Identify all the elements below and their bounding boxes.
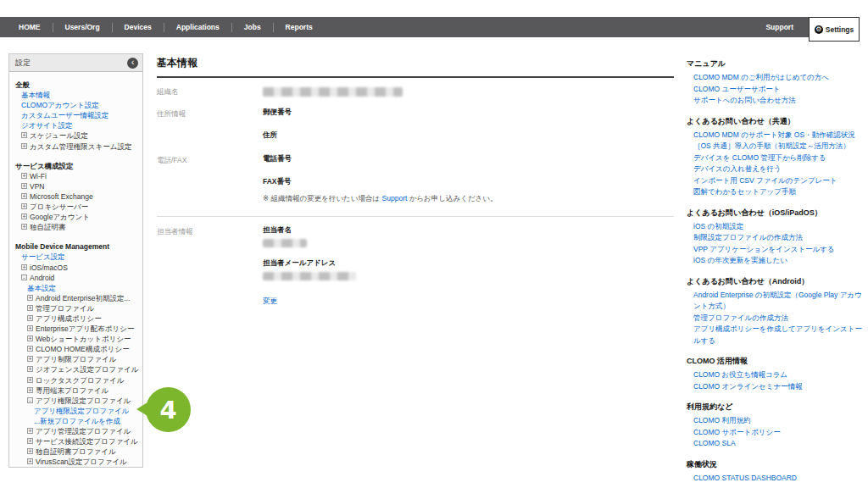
help-section: マニュアルCLOMO MDM のご利用がはじめての方へCLOMO ユーザーサポー… [687, 58, 863, 107]
sidebar-item[interactable]: +管理プロファイル [15, 303, 140, 313]
sidebar-item[interactable]: -Android [15, 273, 140, 283]
help-link[interactable]: CLOMO MDM のご利用がはじめての方へ [687, 72, 863, 84]
tree-expand-icon[interactable]: + [21, 214, 27, 219]
tree-expand-icon[interactable]: + [27, 356, 33, 362]
help-link[interactable]: CLOMO 利用規約 [687, 415, 863, 427]
phone-fax-value: 電話番号 FAX番号 ※ 組織情報の変更を行いたい場合は Support からお… [263, 154, 674, 211]
help-link[interactable]: デバイスを CLOMO 管理下から削除する [687, 152, 863, 164]
help-link[interactable]: VPP アプリケーションをインストールする [687, 244, 863, 256]
sidebar-item[interactable]: 基本設定 [15, 283, 140, 293]
nav-item-devices[interactable]: Devices [113, 23, 164, 31]
help-link[interactable]: インポート用 CSV ファイルのテンプレート [687, 175, 863, 187]
tree-expand-icon[interactable]: + [21, 183, 27, 189]
tree-expand-icon[interactable]: + [21, 203, 27, 209]
help-link[interactable]: 管理プロファイルの作成方法 [687, 313, 863, 324]
sidebar-item[interactable]: +アプリ制限プロファイル [15, 354, 140, 364]
help-link[interactable]: iOS の年次更新を実施したい [687, 255, 863, 267]
nav-item-applications[interactable]: Applications [164, 23, 231, 31]
tree-expand-icon[interactable]: + [21, 264, 27, 270]
sidebar-item[interactable]: +アプリ管理設定プロファイル [15, 426, 140, 436]
help-link[interactable]: iOS の初期設定 [687, 221, 863, 233]
tree-expand-icon[interactable]: + [27, 346, 33, 352]
sidebar-item[interactable]: +Wi-Fi [15, 171, 140, 181]
sidebar-item[interactable]: +独自証明書 [15, 222, 140, 232]
tree-expand-icon[interactable]: + [27, 305, 33, 311]
sidebar-item[interactable]: +CLOMO HOME構成ポリシー [15, 344, 140, 354]
nav-item-home[interactable]: HOME [7, 23, 53, 31]
nav-item-reports[interactable]: Reports [274, 23, 325, 31]
nav-right: Support ⚙ Settings [750, 17, 860, 37]
help-link[interactable]: CLOMO STATUS DASHBOARD [687, 473, 863, 485]
sidebar-item[interactable]: -アプリ権限設定プロファイル [15, 396, 140, 406]
sidebar-item[interactable]: ...新規プロファイルを作成 [15, 416, 140, 426]
sidebar-item[interactable]: +Googleアカウント [15, 212, 140, 222]
help-section-title: よくあるお問い合わせ（iOS/iPadOS） [687, 208, 863, 219]
help-link[interactable]: CLOMO SLA [687, 438, 863, 450]
tree-expand-icon[interactable]: + [27, 448, 33, 454]
tree-expand-icon[interactable]: + [27, 387, 33, 393]
tree-expand-icon[interactable]: + [27, 377, 33, 383]
nav-item-users-org[interactable]: Users/Org [53, 23, 112, 31]
tree-expand-icon[interactable]: + [27, 428, 33, 434]
sidebar-item[interactable]: +スケジュール設定 [15, 130, 140, 141]
org-name-label: 組織名 [157, 86, 263, 97]
help-link[interactable]: CLOMO オンラインセミナー情報 [687, 381, 863, 393]
help-link[interactable]: Android Enterprise の初期設定（Google Play アカウ… [687, 290, 863, 313]
tree-expand-icon[interactable]: + [27, 295, 33, 301]
sidebar-item[interactable]: +Android Enterprise初期設定... [15, 293, 140, 303]
sidebar-item[interactable]: +独自証明書プロファイル [15, 446, 140, 457]
tree-expand-icon[interactable]: + [21, 173, 27, 179]
help-link[interactable]: ［OS 共通］導入の手順（初期設定～活用方法） [687, 141, 863, 152]
sidebar-item[interactable]: +ロックタスクプロファイル [15, 375, 140, 385]
sidebar-item[interactable]: +iOS/macOS [15, 263, 140, 273]
help-link[interactable]: CLOMO サポートポリシー [687, 427, 863, 439]
sidebar-item[interactable]: +プロキシサーバー [15, 202, 140, 212]
tree-expand-icon[interactable]: + [21, 224, 27, 230]
help-link[interactable]: デバイスの入れ替えを行う [687, 164, 863, 175]
help-link[interactable]: CLOMO ユーザーサポート [687, 84, 863, 96]
sidebar-item[interactable]: +アプリ構成ポリシー [15, 313, 140, 324]
help-link[interactable]: CLOMO お役立ち情報コラム [687, 369, 863, 381]
help-link[interactable]: 図解でわかるセットアップ手順 [687, 186, 863, 198]
sidebar-item-label: プロキシサーバー [30, 202, 88, 211]
collapse-sidebar-button[interactable]: ‹ [127, 58, 138, 69]
sidebar-item[interactable]: CLOMOアカウント設定 [15, 100, 140, 110]
tree-expand-icon[interactable]: + [27, 366, 33, 372]
tree-collapse-icon[interactable]: - [21, 274, 27, 280]
tab-settings[interactable]: ⚙ Settings [809, 17, 860, 42]
tree-expand-icon[interactable]: + [27, 325, 33, 331]
phone-label: 電話番号 [263, 154, 674, 164]
help-link[interactable]: アプリ構成ポリシーを作成してアプリをインストールする [687, 324, 863, 347]
sidebar-item[interactable]: アプリ権限設定プロファイル [15, 406, 140, 416]
sidebar-item[interactable]: +ジオフェンス設定プロファイル [15, 364, 140, 374]
nav-item-support[interactable]: Support [750, 23, 809, 31]
help-link[interactable]: サポートへのお問い合わせ方法 [687, 95, 863, 107]
sidebar-item[interactable]: +カスタム管理権限スキーム設定 [15, 141, 140, 152]
sidebar-item[interactable]: +VPN [15, 181, 140, 191]
sidebar-item[interactable]: 基本情報 [15, 90, 140, 100]
tree-expand-icon[interactable]: + [27, 458, 33, 464]
nav-item-jobs[interactable]: Jobs [232, 23, 273, 31]
tree-expand-icon[interactable]: + [21, 132, 27, 138]
help-link[interactable]: CLOMO MDM のサポート対象 OS・動作確認状況 [687, 130, 863, 141]
sidebar-item[interactable]: カスタムユーザー情報設定 [15, 110, 140, 120]
change-link[interactable]: 変更 [263, 297, 277, 307]
sidebar-item[interactable]: +Enterpriseアプリ配布ポリシー [15, 324, 140, 334]
tree-expand-icon[interactable]: + [27, 438, 33, 444]
tree-expand-icon[interactable]: + [21, 193, 27, 199]
sidebar-item[interactable]: +VirusScan設定プロファイル [15, 457, 140, 467]
help-link[interactable]: 制限設定プロファイルの作成方法 [687, 232, 863, 244]
tree-expand-icon[interactable]: + [21, 143, 27, 149]
tree-expand-icon[interactable]: + [27, 315, 33, 321]
settings-tab-label: Settings [826, 25, 854, 34]
sidebar-item-label: カスタムユーザー情報設定 [21, 111, 108, 119]
tree-collapse-icon[interactable]: - [27, 397, 33, 403]
sidebar-item[interactable]: サービス設定 [15, 252, 140, 262]
tree-expand-icon[interactable]: + [27, 336, 33, 341]
sidebar-item[interactable]: +サービス接続設定プロファイル [15, 436, 140, 446]
sidebar-item[interactable]: +専用端末プロファイル [15, 385, 140, 396]
support-link[interactable]: Support [382, 194, 408, 202]
sidebar-item[interactable]: +Webショートカットポリシー [15, 334, 140, 344]
sidebar-item[interactable]: ジオサイト設定 [15, 120, 140, 130]
sidebar-item[interactable]: +Microsoft Exchange [15, 191, 140, 202]
